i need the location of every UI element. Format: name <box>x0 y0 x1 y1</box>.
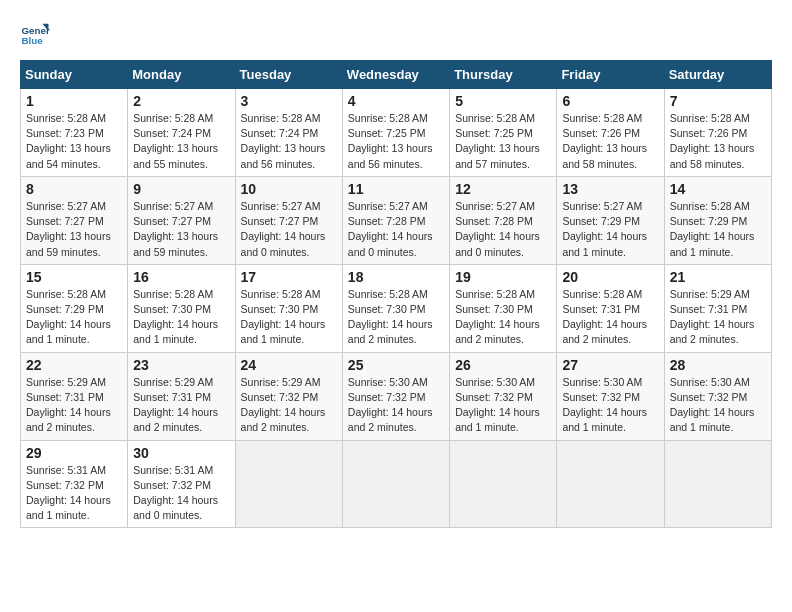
day-info: Sunrise: 5:30 AM Sunset: 7:32 PM Dayligh… <box>455 375 551 436</box>
logo: General Blue <box>20 20 50 50</box>
calendar-day-cell: 2 Sunrise: 5:28 AM Sunset: 7:24 PM Dayli… <box>128 89 235 177</box>
day-info: Sunrise: 5:28 AM Sunset: 7:31 PM Dayligh… <box>562 287 658 348</box>
calendar-week-row: 8 Sunrise: 5:27 AM Sunset: 7:27 PM Dayli… <box>21 176 772 264</box>
day-number: 19 <box>455 269 551 285</box>
calendar-day-cell: 23 Sunrise: 5:29 AM Sunset: 7:31 PM Dayl… <box>128 352 235 440</box>
day-number: 24 <box>241 357 337 373</box>
sunset-label: Sunset: 7:32 PM <box>562 391 640 403</box>
daylight-label: Daylight: 14 hours and 0 minutes. <box>133 494 218 521</box>
calendar-day-cell: 21 Sunrise: 5:29 AM Sunset: 7:31 PM Dayl… <box>664 264 771 352</box>
sunset-label: Sunset: 7:31 PM <box>670 303 748 315</box>
daylight-label: Daylight: 14 hours and 1 minute. <box>26 494 111 521</box>
sunrise-label: Sunrise: 5:31 AM <box>26 464 106 476</box>
day-number: 29 <box>26 445 122 461</box>
daylight-label: Daylight: 14 hours and 1 minute. <box>562 230 647 257</box>
day-number: 16 <box>133 269 229 285</box>
calendar-day-cell: 24 Sunrise: 5:29 AM Sunset: 7:32 PM Dayl… <box>235 352 342 440</box>
day-info: Sunrise: 5:30 AM Sunset: 7:32 PM Dayligh… <box>562 375 658 436</box>
daylight-label: Daylight: 14 hours and 1 minute. <box>670 230 755 257</box>
daylight-label: Daylight: 14 hours and 1 minute. <box>241 318 326 345</box>
daylight-label: Daylight: 14 hours and 0 minutes. <box>348 230 433 257</box>
page-header: General Blue <box>20 20 772 50</box>
daylight-label: Daylight: 13 hours and 56 minutes. <box>241 142 326 169</box>
daylight-label: Daylight: 14 hours and 2 minutes. <box>562 318 647 345</box>
daylight-label: Daylight: 13 hours and 55 minutes. <box>133 142 218 169</box>
calendar-day-cell: 12 Sunrise: 5:27 AM Sunset: 7:28 PM Dayl… <box>450 176 557 264</box>
day-info: Sunrise: 5:28 AM Sunset: 7:25 PM Dayligh… <box>455 111 551 172</box>
day-number: 13 <box>562 181 658 197</box>
day-number: 2 <box>133 93 229 109</box>
day-number: 11 <box>348 181 444 197</box>
sunrise-label: Sunrise: 5:29 AM <box>241 376 321 388</box>
daylight-label: Daylight: 14 hours and 1 minute. <box>670 406 755 433</box>
sunrise-label: Sunrise: 5:28 AM <box>562 112 642 124</box>
day-number: 18 <box>348 269 444 285</box>
sunset-label: Sunset: 7:30 PM <box>133 303 211 315</box>
daylight-label: Daylight: 13 hours and 56 minutes. <box>348 142 433 169</box>
day-number: 12 <box>455 181 551 197</box>
sunset-label: Sunset: 7:31 PM <box>562 303 640 315</box>
sunrise-label: Sunrise: 5:28 AM <box>670 112 750 124</box>
day-number: 6 <box>562 93 658 109</box>
sunset-label: Sunset: 7:27 PM <box>133 215 211 227</box>
sunrise-label: Sunrise: 5:28 AM <box>455 288 535 300</box>
sunset-label: Sunset: 7:27 PM <box>241 215 319 227</box>
sunrise-label: Sunrise: 5:30 AM <box>670 376 750 388</box>
calendar-day-cell: 14 Sunrise: 5:28 AM Sunset: 7:29 PM Dayl… <box>664 176 771 264</box>
daylight-label: Daylight: 14 hours and 2 minutes. <box>348 406 433 433</box>
sunrise-label: Sunrise: 5:28 AM <box>348 288 428 300</box>
sunrise-label: Sunrise: 5:29 AM <box>670 288 750 300</box>
calendar-day-cell: 7 Sunrise: 5:28 AM Sunset: 7:26 PM Dayli… <box>664 89 771 177</box>
day-info: Sunrise: 5:28 AM Sunset: 7:29 PM Dayligh… <box>26 287 122 348</box>
sunset-label: Sunset: 7:25 PM <box>348 127 426 139</box>
day-info: Sunrise: 5:28 AM Sunset: 7:23 PM Dayligh… <box>26 111 122 172</box>
sunrise-label: Sunrise: 5:27 AM <box>348 200 428 212</box>
day-info: Sunrise: 5:28 AM Sunset: 7:30 PM Dayligh… <box>241 287 337 348</box>
sunrise-label: Sunrise: 5:28 AM <box>133 112 213 124</box>
day-info: Sunrise: 5:28 AM Sunset: 7:26 PM Dayligh… <box>670 111 766 172</box>
sunset-label: Sunset: 7:32 PM <box>26 479 104 491</box>
sunrise-label: Sunrise: 5:27 AM <box>455 200 535 212</box>
calendar-day-cell <box>235 440 342 528</box>
day-number: 9 <box>133 181 229 197</box>
calendar-day-cell: 11 Sunrise: 5:27 AM Sunset: 7:28 PM Dayl… <box>342 176 449 264</box>
sunrise-label: Sunrise: 5:28 AM <box>133 288 213 300</box>
day-number: 28 <box>670 357 766 373</box>
day-info: Sunrise: 5:29 AM Sunset: 7:32 PM Dayligh… <box>241 375 337 436</box>
day-info: Sunrise: 5:31 AM Sunset: 7:32 PM Dayligh… <box>133 463 229 524</box>
daylight-label: Daylight: 14 hours and 2 minutes. <box>455 318 540 345</box>
day-of-week-header: Sunday <box>21 61 128 89</box>
sunset-label: Sunset: 7:31 PM <box>26 391 104 403</box>
sunrise-label: Sunrise: 5:27 AM <box>562 200 642 212</box>
sunrise-label: Sunrise: 5:28 AM <box>26 288 106 300</box>
sunset-label: Sunset: 7:25 PM <box>455 127 533 139</box>
day-info: Sunrise: 5:30 AM Sunset: 7:32 PM Dayligh… <box>348 375 444 436</box>
sunset-label: Sunset: 7:30 PM <box>241 303 319 315</box>
daylight-label: Daylight: 14 hours and 1 minute. <box>26 318 111 345</box>
day-of-week-header: Monday <box>128 61 235 89</box>
sunset-label: Sunset: 7:27 PM <box>26 215 104 227</box>
day-info: Sunrise: 5:28 AM Sunset: 7:25 PM Dayligh… <box>348 111 444 172</box>
daylight-label: Daylight: 13 hours and 58 minutes. <box>670 142 755 169</box>
calendar-day-cell <box>664 440 771 528</box>
day-info: Sunrise: 5:27 AM Sunset: 7:29 PM Dayligh… <box>562 199 658 260</box>
sunset-label: Sunset: 7:28 PM <box>348 215 426 227</box>
daylight-label: Daylight: 14 hours and 2 minutes. <box>241 406 326 433</box>
calendar-day-cell: 29 Sunrise: 5:31 AM Sunset: 7:32 PM Dayl… <box>21 440 128 528</box>
day-of-week-header: Thursday <box>450 61 557 89</box>
sunset-label: Sunset: 7:30 PM <box>455 303 533 315</box>
day-info: Sunrise: 5:27 AM Sunset: 7:28 PM Dayligh… <box>348 199 444 260</box>
day-number: 7 <box>670 93 766 109</box>
day-info: Sunrise: 5:30 AM Sunset: 7:32 PM Dayligh… <box>670 375 766 436</box>
daylight-label: Daylight: 14 hours and 1 minute. <box>133 318 218 345</box>
calendar-day-cell: 3 Sunrise: 5:28 AM Sunset: 7:24 PM Dayli… <box>235 89 342 177</box>
sunset-label: Sunset: 7:32 PM <box>348 391 426 403</box>
daylight-label: Daylight: 14 hours and 1 minute. <box>562 406 647 433</box>
calendar-week-row: 1 Sunrise: 5:28 AM Sunset: 7:23 PM Dayli… <box>21 89 772 177</box>
day-info: Sunrise: 5:28 AM Sunset: 7:24 PM Dayligh… <box>133 111 229 172</box>
sunset-label: Sunset: 7:32 PM <box>455 391 533 403</box>
sunset-label: Sunset: 7:26 PM <box>562 127 640 139</box>
calendar-header-row: SundayMondayTuesdayWednesdayThursdayFrid… <box>21 61 772 89</box>
sunrise-label: Sunrise: 5:30 AM <box>348 376 428 388</box>
day-info: Sunrise: 5:31 AM Sunset: 7:32 PM Dayligh… <box>26 463 122 524</box>
